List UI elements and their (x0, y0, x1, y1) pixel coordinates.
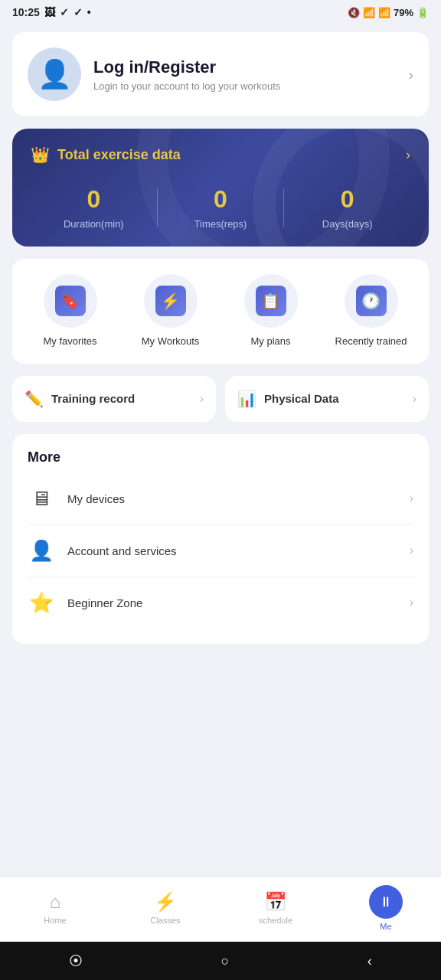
more-section: More 🖥 My devices › 👤 Account and servic… (12, 434, 429, 644)
stat-divider-2 (283, 188, 284, 227)
wifi-icon: 📶 (363, 7, 375, 18)
quick-actions: 🔖 My favorites ⚡ My Workouts 📋 My plans … (12, 259, 429, 364)
signal-icon: 📶 (378, 7, 390, 18)
days-value: 0 (284, 185, 410, 214)
home-label: Home (44, 916, 66, 925)
login-subtitle: Login to your account to log your workou… (93, 80, 280, 92)
duration-stat: 0 Duration(min) (31, 185, 157, 230)
physical-data-card[interactable]: 📊 Physical Data › (225, 376, 429, 422)
dot-icon: • (87, 6, 91, 18)
beginner-chevron-icon: › (410, 596, 413, 609)
favorites-icon: 🔖 (55, 286, 86, 316)
nav-home[interactable]: ⌂ Home (0, 891, 110, 925)
nav-me[interactable]: ⏸ Me (331, 885, 441, 931)
training-record-card[interactable]: ✏️ Training record › (12, 376, 216, 422)
devices-label: My devices (67, 492, 125, 505)
more-item-account[interactable]: 👤 Account and services › (28, 525, 413, 577)
times-stat: 0 Times(reps) (158, 185, 284, 230)
workouts-icon: ⚡ (155, 286, 186, 316)
exercise-card[interactable]: 👑 Total exercise data › 0 Duration(min) … (12, 129, 429, 247)
exercise-title: Total exercise data (57, 147, 181, 163)
main-content: 👤 Log in/Register Login to your account … (0, 24, 441, 877)
check2-icon: ✓ (74, 6, 83, 18)
more-item-devices[interactable]: 🖥 My devices › (28, 473, 413, 525)
exercise-stats: 0 Duration(min) 0 Times(reps) 0 Days(day… (31, 185, 410, 230)
schedule-label: schedule (259, 916, 292, 925)
account-left: 👤 Account and services (28, 539, 177, 563)
login-left: 👤 Log in/Register Login to your account … (28, 47, 280, 101)
days-stat: 0 Days(days) (284, 185, 410, 230)
workouts-label: My Workouts (142, 335, 200, 348)
recently-icon: 🕐 (356, 286, 387, 316)
back-icon[interactable]: ‹ (368, 953, 372, 969)
devices-left: 🖥 My devices (28, 487, 125, 511)
beginner-icon: ⭐ (28, 591, 55, 615)
data-row: ✏️ Training record › 📊 Physical Data › (12, 376, 429, 422)
duration-value: 0 (31, 185, 157, 214)
account-icon: 👤 (28, 539, 55, 563)
classes-label: Classes (150, 916, 180, 925)
battery-icon: 🔋 (416, 7, 429, 18)
account-label: Account and services (67, 544, 177, 557)
nav-schedule[interactable]: 📅 schedule (220, 891, 331, 925)
exercise-chevron-icon: › (406, 147, 410, 163)
battery-label: 79% (394, 7, 413, 18)
bottom-nav: ⌂ Home ⚡ Classes 📅 schedule ⏸ Me (0, 877, 441, 942)
more-item-beginner[interactable]: ⭐ Beginner Zone › (28, 577, 413, 629)
beginner-label: Beginner Zone (67, 596, 142, 609)
login-chevron-icon: › (408, 66, 413, 83)
workouts-icon-circle: ⚡ (144, 274, 198, 328)
recent-apps-icon[interactable]: ⦿ (69, 953, 83, 969)
status-left: 10:25 🖼 ✓ ✓ • (12, 6, 91, 18)
times-label: Times(reps) (158, 218, 284, 230)
actions-grid: 🔖 My favorites ⚡ My Workouts 📋 My plans … (20, 274, 421, 348)
training-icon: ✏️ (24, 390, 44, 408)
login-text-block: Log in/Register Login to your account to… (93, 57, 280, 92)
stat-divider-1 (157, 188, 158, 227)
status-right: 🔇 📶 📶 79% 🔋 (348, 7, 429, 18)
exercise-title-group: 👑 Total exercise data (31, 145, 181, 164)
me-label: Me (380, 922, 391, 931)
physical-label: Physical Data (264, 392, 339, 405)
avatar: 👤 (28, 47, 81, 101)
devices-chevron-icon: › (410, 492, 413, 505)
physical-chevron-icon: › (413, 392, 416, 406)
times-value: 0 (158, 185, 284, 214)
action-favorites[interactable]: 🔖 My favorites (32, 274, 109, 348)
crown-icon: 👑 (31, 145, 50, 164)
nav-classes[interactable]: ⚡ Classes (110, 891, 220, 925)
classes-icon: ⚡ (154, 891, 177, 913)
plans-icon-circle: 📋 (244, 274, 298, 328)
action-workouts[interactable]: ⚡ My Workouts (132, 274, 209, 348)
photo-icon: 🖼 (44, 6, 55, 18)
training-chevron-icon: › (200, 392, 204, 406)
beginner-left: ⭐ Beginner Zone (28, 591, 142, 615)
person-icon: 👤 (38, 58, 72, 90)
account-chevron-icon: › (410, 544, 413, 557)
system-nav: ⦿ ○ ‹ (0, 942, 441, 980)
home-icon: ⌂ (50, 891, 61, 913)
check-icon: ✓ (60, 6, 69, 18)
status-bar: 10:25 🖼 ✓ ✓ • 🔇 📶 📶 79% 🔋 (0, 0, 441, 24)
plans-icon: 📋 (256, 286, 286, 316)
physical-icon: 📊 (237, 390, 256, 408)
action-recently[interactable]: 🕐 Recently trained (333, 274, 410, 348)
home-system-icon[interactable]: ○ (221, 953, 230, 969)
days-label: Days(days) (284, 218, 410, 230)
me-icon: ⏸ (369, 885, 403, 919)
time-display: 10:25 (12, 6, 40, 18)
physical-left: 📊 Physical Data (237, 390, 339, 408)
recently-icon-circle: 🕐 (345, 274, 398, 328)
duration-label: Duration(min) (31, 218, 157, 230)
more-title: More (28, 449, 413, 466)
login-title: Log in/Register (93, 57, 280, 77)
recently-label: Recently trained (335, 335, 407, 348)
exercise-header: 👑 Total exercise data › (31, 145, 410, 164)
schedule-icon: 📅 (264, 891, 287, 913)
action-plans[interactable]: 📋 My plans (233, 274, 309, 348)
training-left: ✏️ Training record (24, 390, 135, 408)
favorites-label: My favorites (43, 335, 96, 348)
devices-icon: 🖥 (28, 487, 55, 511)
login-card[interactable]: 👤 Log in/Register Login to your account … (12, 32, 429, 116)
favorites-icon-circle: 🔖 (44, 274, 97, 328)
